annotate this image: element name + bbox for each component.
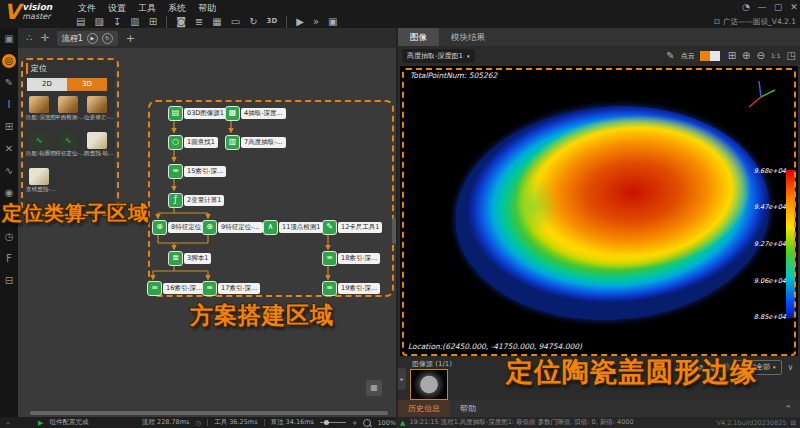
export-tool-icon[interactable]: ⊟ [0, 270, 18, 292]
more-icon[interactable]: » [6, 419, 10, 427]
gallery-icon[interactable]: ▥ [130, 17, 139, 27]
project-name: 广达——圆侦_V4.2.1 [723, 17, 796, 27]
refresh-icon[interactable]: ↻ [249, 17, 257, 27]
tab-2d[interactable]: 2D [27, 78, 67, 91]
menu-system[interactable]: 系统 [162, 2, 192, 15]
history-tool-icon[interactable]: ◷ [0, 226, 18, 248]
node-index-15[interactable]: ≡ 15索引-深... [168, 164, 226, 179]
open-icon[interactable]: ▨ [94, 17, 103, 27]
index-icon: ≡ [147, 281, 162, 296]
node-height-extract[interactable]: ▥ 7高度抽取-... [225, 135, 286, 150]
menu-settings[interactable]: 设置 [102, 2, 132, 15]
run-flow-icon[interactable]: ▶ [87, 33, 98, 44]
locate-tool-icon[interactable]: ◎ [0, 50, 18, 72]
camera-icon[interactable]: ◙ [176, 17, 186, 27]
fit-view-icon[interactable]: ⊞ [728, 51, 736, 61]
node-index-16[interactable]: ≡ 16索引-深... [147, 281, 205, 296]
maximize-button[interactable]: ▢ [770, 2, 786, 12]
save-icon[interactable]: ▤ [76, 17, 85, 27]
3d-icon[interactable]: 3D [267, 18, 278, 25]
export-icon[interactable]: ↧ [113, 17, 121, 27]
theme-icon[interactable]: ◔ [738, 2, 754, 12]
flow-tab-strip: ∴ ✛ 流程1 ▶ ↻ + [18, 28, 396, 48]
source-dropdown[interactable]: 高度抽取-深度图1 ▾ [402, 49, 475, 63]
menu-file[interactable]: 文件 [72, 2, 102, 15]
zoom-in-button[interactable]: + [352, 419, 357, 427]
image-thumbnail[interactable] [410, 369, 448, 400]
node-3d-image-source[interactable]: ▤ 03D图像源1 [168, 106, 227, 121]
tab-image[interactable]: 图像 [398, 28, 439, 46]
frame-tool-icon[interactable]: ⊞ [0, 116, 18, 138]
wrench-icon[interactable]: ✛ [40, 33, 48, 43]
horizontal-scrollbar[interactable] [30, 411, 388, 415]
location-label: Location:(62450.000, -41750.000, 94754.0… [408, 342, 582, 351]
trash-icon[interactable]: ⊟ [791, 419, 796, 427]
collapse-icon[interactable]: ⌃ [784, 404, 792, 414]
node-index-17[interactable]: ≡ 17索引-深... [202, 281, 260, 296]
feature-icon: ⊕ [202, 220, 217, 235]
delete-tool-icon[interactable]: ✕ [0, 138, 18, 160]
run-continuous-icon[interactable]: » [313, 17, 319, 27]
one-to-one-icon[interactable]: 1:1 [771, 53, 781, 59]
camera-tool-icon[interactable]: ▣ [0, 28, 18, 50]
node-caliper-tool[interactable]: ✎ 12卡尺工具1 [322, 220, 382, 235]
tab-3d[interactable]: 3D [67, 78, 107, 91]
workflow-icon[interactable]: ∴ [26, 33, 32, 43]
annotation-operator-area: 定位类算子区域 [2, 200, 149, 227]
pencil-icon[interactable]: ✎ [666, 51, 674, 61]
viewer-toolbar: 高度抽取-深度图1 ▾ ✎ 点云 ⊞ ⊕ ⊖ 1:1 ◳ [398, 46, 800, 66]
curve-tool-icon[interactable]: ∿ [0, 160, 18, 182]
node-extract-depth[interactable]: ▦ 4抽取-深度... [225, 106, 286, 121]
menu-tools[interactable]: 工具 [132, 2, 162, 15]
tool-item[interactable]: ∿ 特征定位-... [54, 132, 82, 158]
panel-icon[interactable]: ▭ [231, 17, 240, 27]
add-flow-button[interactable]: + [126, 33, 135, 44]
window-layout-icon[interactable]: ⊞ [149, 17, 157, 27]
zoom-slider-knob[interactable] [324, 420, 329, 425]
tab-help[interactable]: 帮助 [450, 400, 486, 417]
minimap-button[interactable]: ▦ [366, 380, 382, 396]
minimize-button[interactable]: — [754, 2, 770, 12]
node-index-19[interactable]: ≡ 19索引-深... [322, 281, 380, 296]
run-icon[interactable]: ▶ [296, 17, 304, 27]
loop-flow-icon[interactable]: ↻ [102, 33, 113, 44]
node-circle-find[interactable]: ○ 1圆查找1 [168, 135, 218, 150]
color-toggle-off[interactable] [710, 51, 720, 61]
tool-item[interactable]: 匹配-深度图 [25, 96, 53, 122]
text-tool-icon[interactable]: Ⅰ [0, 94, 18, 116]
tab-flow1[interactable]: 流程1 ▶ ↻ [57, 31, 118, 46]
index-icon: ≡ [168, 164, 183, 179]
tool-item[interactable]: ∿ 匹配-轮廓图 [25, 132, 53, 158]
tab-history[interactable]: 历史信息 [398, 400, 450, 417]
close-button[interactable]: ✕ [786, 2, 800, 12]
filmstrip-expander[interactable]: ▸ [398, 368, 406, 390]
node-var-calc[interactable]: ƒ 2变量计算1 [168, 193, 224, 208]
node-vertex-detect[interactable]: ∧ 11顶点检测1 [263, 220, 323, 235]
expand-icon[interactable]: ◳ [787, 51, 796, 61]
match-depth-icon [29, 96, 49, 113]
grid-icon[interactable]: ▦ [212, 17, 221, 27]
node-index-18[interactable]: ≡ 18索引-深... [322, 251, 380, 266]
toolbar-separator [286, 16, 287, 28]
draw-tool-icon[interactable]: ✎ [0, 72, 18, 94]
tab-module-result[interactable]: 模块结果 [439, 28, 497, 46]
color-toggle-on[interactable] [700, 51, 710, 61]
chevron-icon[interactable]: ∨ [788, 363, 794, 372]
node-script[interactable]: ≣ 3脚本1 [168, 251, 211, 266]
tool-item[interactable]: 圆查找-轮... [83, 132, 111, 158]
format-tool-icon[interactable]: F [0, 248, 18, 270]
menu-bar: 文件 设置 工具 系统 帮助 [72, 2, 222, 14]
tool-item[interactable]: 直线查找-... [25, 168, 53, 194]
menu-help[interactable]: 帮助 [192, 2, 222, 15]
log-entry-row[interactable]: ▲ 19:21:15 流程1.高度抽取-深度图1: 最低值 参数门限值, 旧值:… [396, 417, 800, 428]
tool-item[interactable]: 平面检测-... [54, 96, 82, 122]
list-icon[interactable]: ≣ [195, 17, 203, 27]
stop-icon[interactable]: ▣ [328, 17, 337, 27]
zoom-out-icon[interactable]: ⊖ [757, 51, 765, 61]
tool-item[interactable]: 位姿修正-... [83, 96, 111, 122]
panel-divider-handle[interactable] [392, 218, 396, 244]
zoom-in-icon[interactable]: ⊕ [742, 51, 750, 61]
zoom-slider[interactable] [320, 422, 346, 423]
node-feature-locate-9[interactable]: ⊕ 9特征定位-... [202, 220, 263, 235]
match-profile-icon: ∿ [29, 132, 49, 149]
